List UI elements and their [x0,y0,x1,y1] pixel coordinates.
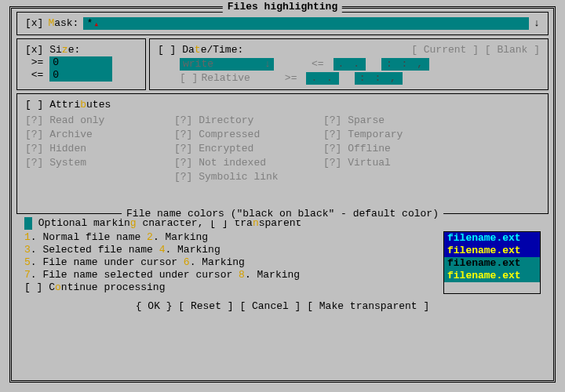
attribute-item[interactable]: [?] Archive [25,129,166,141]
preview-cursor: filename.ext [444,257,540,270]
colors-section: Optional marking character, [ ] transpar… [16,214,549,296]
datetime-box: [ ] Date/Time: [ Current ] [ Blank ] wri… [149,38,549,90]
continue-checkbox[interactable]: [ ] [24,281,42,293]
chevron-down-icon[interactable]: ↓ [534,17,540,30]
relative-checkbox[interactable]: [ ] [180,72,198,85]
reset-button[interactable]: [ Reset ] [178,300,233,312]
make-transparent-button[interactable]: [ Make transparent ] [307,300,429,312]
blank-button[interactable]: [ Blank ] [485,44,540,56]
color-list: 1. Normal file name 2. Marking3. Selecte… [24,231,434,294]
attribute-item[interactable]: [?] Directory [174,114,315,127]
chevron-down-icon: ↓ [264,58,271,71]
time-ge-input[interactable]: : : , [355,72,403,85]
mask-label: Mask: [48,17,78,30]
date-ge-input[interactable]: . . [306,72,338,85]
mask-row: [x] Mask: * ▴ ↓ [16,12,549,35]
color-row: 3. Selected file name 4. Marking [24,244,434,256]
attributes-box: [ ] Attributes [?] Read only[?] Director… [16,93,549,214]
datetime-checkbox[interactable]: [ ] [158,44,176,56]
color-row: 7. File name selected under cursor 8. Ma… [24,269,434,281]
time-le-input[interactable]: : : , [381,58,429,71]
attributes-grid: [?] Read only[?] Directory[?] Sparse[?] … [25,114,540,183]
attribute-item[interactable]: [?] Offline [323,143,441,155]
mask-checkbox[interactable]: [x] [25,17,43,30]
button-row: { OK } [ Reset ] [ Cancel ] [ Make trans… [16,300,549,313]
continue-processing-row: [ ] Continue processing [24,281,434,294]
preview-selected-cursor: filename.ext [444,270,540,282]
attribute-item[interactable]: [?] Sparse [323,114,441,127]
attribute-item[interactable]: [?] Hidden [25,143,166,155]
attributes-label: Attributes [49,99,111,111]
attribute-item [323,171,441,183]
attribute-item[interactable]: [?] System [25,157,166,169]
attribute-item[interactable]: [?] Virtual [323,157,441,169]
attribute-item[interactable]: [?] Symbolic link [174,171,315,183]
attribute-item[interactable]: [?] Read only [25,114,166,127]
relative-label: Relative [201,72,250,85]
dialog-title: Files highlighting [223,1,342,13]
attribute-item[interactable]: [?] Encrypted [174,143,315,155]
marking-char-input[interactable] [24,217,32,230]
size-le-input[interactable]: 0 [49,69,112,82]
colors-section-title: File name colors ("black on black" - def… [122,208,443,220]
date-le-input[interactable]: . . [334,58,366,71]
color-row: 5. File name under cursor 6. Marking [24,256,434,269]
attribute-item [25,171,166,183]
caret-icon: ▴ [93,18,99,31]
preview-normal: filename.ext [444,232,540,245]
ok-button[interactable]: { OK } [136,300,173,312]
color-preview: filename.ext filename.ext filename.ext f… [443,231,541,294]
cancel-button[interactable]: [ Cancel ] [239,300,301,312]
size-datetime-row: [x] Size: >= 0 <= 0 [ ] Date/Time: [ Cur… [16,38,549,90]
size-checkbox[interactable]: [x] [25,44,43,56]
attribute-item[interactable]: [?] Temporary [323,129,441,141]
current-button[interactable]: [ Current ] [411,44,479,56]
color-row: 1. Normal file name 2. Marking [24,231,434,244]
attributes-checkbox[interactable]: [ ] [25,99,43,111]
attribute-item[interactable]: [?] Compressed [174,129,315,141]
size-box: [x] Size: >= 0 <= 0 [16,38,146,90]
datetime-type-dropdown[interactable]: write↓ [180,58,274,71]
datetime-label: Date/Time: [182,44,243,56]
size-ge-input[interactable]: 0 [49,56,112,69]
attribute-item[interactable]: [?] Not indexed [174,157,315,169]
size-label: Size: [49,44,80,56]
preview-selected: filename.ext [444,245,540,257]
mask-input[interactable]: * ▴ [83,17,529,30]
dialog: Files highlighting [x] Mask: * ▴ ↓ [x] S… [9,6,556,383]
